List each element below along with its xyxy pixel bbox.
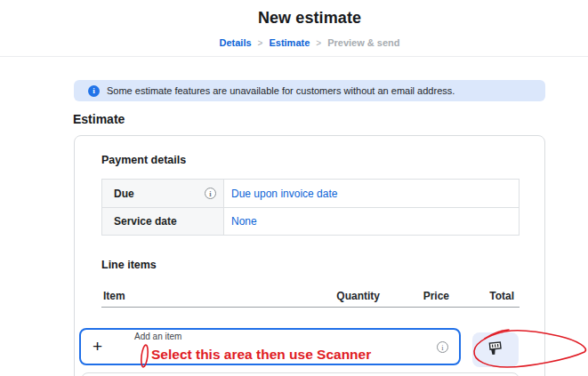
- service-date-label-cell: Service date: [102, 208, 224, 235]
- service-date-value-link[interactable]: None: [224, 208, 519, 235]
- due-label-cell: Due i: [102, 180, 224, 207]
- barcode-scanner-icon: [486, 339, 505, 361]
- column-header-item: Item: [101, 290, 291, 302]
- header-divider: [0, 56, 588, 57]
- breadcrumb: Details > Estimate > Preview & send: [74, 37, 545, 48]
- payment-details-heading: Payment details: [101, 154, 186, 166]
- info-icon: i: [88, 85, 100, 97]
- line-items-heading: Line items: [101, 259, 157, 271]
- due-label: Due: [114, 188, 134, 200]
- barcode-scanner-button[interactable]: [472, 332, 519, 367]
- estimate-card: Payment details Due i Due upon invoice d…: [74, 135, 545, 376]
- column-header-price: Price: [380, 290, 449, 302]
- service-date-label: Service date: [114, 215, 177, 228]
- add-an-item-input[interactable]: + Add an item i: [79, 328, 461, 365]
- info-banner: i Some estimate features are unavailable…: [74, 80, 545, 101]
- breadcrumb-preview-send: Preview & send: [327, 37, 399, 48]
- page-title: New estimate: [74, 9, 545, 28]
- breadcrumb-details[interactable]: Details: [220, 37, 252, 48]
- due-value-link[interactable]: Due upon invoice date: [224, 180, 519, 207]
- estimate-section-title: Estimate: [73, 112, 125, 126]
- plus-icon: +: [93, 338, 102, 356]
- next-line-item-row-partial: [81, 372, 520, 376]
- chevron-separator-icon: >: [258, 38, 263, 48]
- chevron-separator-icon: >: [316, 38, 321, 48]
- info-banner-text: Some estimate features are unavailable f…: [107, 85, 455, 96]
- column-header-total: Total: [449, 290, 520, 302]
- info-icon[interactable]: i: [205, 188, 216, 199]
- table-row-service-date: Service date None: [102, 207, 519, 235]
- line-items-header-row: Item Quantity Price Total: [101, 285, 520, 308]
- new-estimate-page: New estimate Details > Estimate > Previe…: [0, 0, 588, 376]
- column-header-quantity: Quantity: [291, 290, 380, 302]
- table-row-due: Due i Due upon invoice date: [102, 180, 519, 207]
- breadcrumb-estimate[interactable]: Estimate: [269, 37, 310, 48]
- info-icon[interactable]: i: [437, 341, 448, 353]
- add-an-item-label: Add an item: [134, 332, 181, 341]
- payment-details-table: Due i Due upon invoice date Service date…: [101, 179, 520, 236]
